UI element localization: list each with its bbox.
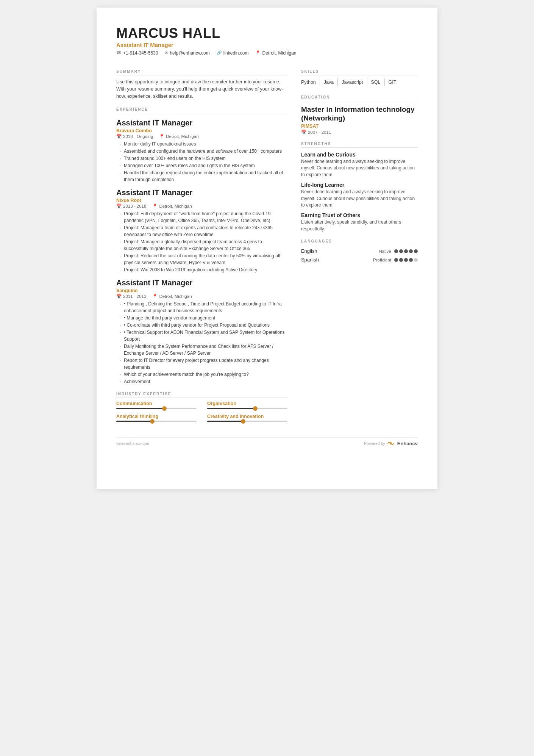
job-title-3: Assistant IT Manager	[116, 279, 287, 287]
progress-fill-1	[207, 408, 255, 409]
dot	[409, 258, 413, 262]
bullet-item: Report to IT Director for every project …	[120, 357, 287, 371]
lang-row-1: Spanish Proficient	[301, 257, 418, 263]
email-text: help@enhancv.com	[170, 50, 209, 56]
progress-fill-3	[207, 421, 243, 422]
strength-title-0: Learn and be Curious	[301, 152, 418, 158]
bullet-item: Daily Monitoring the System Performance …	[120, 343, 287, 357]
dot	[409, 249, 413, 253]
strength-0: Learn and be Curious Never done learning…	[301, 152, 418, 178]
lang-dots-1	[394, 258, 418, 262]
phone-text: +1-914-345-5530	[123, 50, 158, 56]
dot	[399, 258, 403, 262]
linkedin-text: linkedin.com	[223, 50, 249, 56]
job-meta-3: 📅 2011 - 2013 📍 Detroit, Michigan	[116, 294, 287, 299]
bullet-item: Project: Managed a team of experts and c…	[120, 224, 287, 238]
expertise-item-0: Communication	[116, 401, 197, 409]
skill-javascript: Javascript	[342, 78, 367, 86]
lang-right-0: Native	[379, 249, 418, 254]
dot	[394, 258, 398, 262]
skill-python: Python	[301, 78, 320, 86]
footer: www.enhancv.com Powered by Enhancv	[116, 437, 418, 446]
job-location-3: 📍 Detroit, Michigan	[152, 294, 192, 299]
bullet-item: Trained around 100+ end users on the HIS…	[120, 155, 287, 162]
job-company-2: Nixue Root	[116, 198, 287, 203]
location-icon-2: 📍	[152, 203, 158, 209]
dot	[404, 249, 408, 253]
job-meta-1: 📅 2018 - Ongoing 📍 Detroit, Michigan	[116, 134, 287, 139]
bullet-item: Project: Reduced the cost of running the…	[120, 252, 287, 266]
lang-level-0: Native	[379, 249, 391, 254]
skill-git: GIT	[389, 78, 400, 86]
strength-title-2: Earning Trust of Others	[301, 212, 418, 218]
progress-dot-2	[150, 419, 155, 424]
experience-label: EXPERIENCE	[116, 107, 287, 113]
bullet-item: • Manage the third party vendor manageme…	[120, 315, 287, 321]
location-item: 📍 Detroit, Michigan	[255, 50, 296, 56]
edu-degree: Master in Information technology (Networ…	[301, 105, 418, 123]
progress-bg-3	[207, 421, 287, 422]
powered-by-text: Powered by	[364, 441, 385, 446]
lang-row-0: English Native	[301, 248, 418, 254]
location-text: Detroit, Michigan	[262, 50, 296, 56]
job-period-2: 📅 2013 - 2018	[116, 203, 146, 209]
expertise-name-0: Communication	[116, 401, 197, 406]
lang-name-1: Spanish	[301, 257, 319, 263]
resume-page: MARCUS HALL Assistant IT Manager ☎ +1-91…	[97, 8, 437, 489]
bullet-item: Monitor dailiy IT operatioknal issues	[120, 141, 287, 147]
expertise-name-2: Analytical thinking	[116, 414, 197, 419]
bullet-item: Managed over 100+ users roles and and ri…	[120, 162, 287, 169]
edu-calendar-icon: 📅	[301, 130, 306, 135]
candidate-name: MARCUS HALL	[116, 26, 418, 41]
expertise-label: INDUSTRY EXPERTISE	[116, 392, 287, 398]
progress-dot-1	[253, 406, 258, 411]
job-location-2: 📍 Detroit, Michigan	[152, 203, 192, 209]
progress-bg-0	[116, 408, 197, 409]
skill-java: Java	[324, 78, 338, 86]
bullet-item: • Technical Support for AEON Financial S…	[120, 329, 287, 343]
bullet-item: Achievement	[120, 378, 287, 385]
candidate-title: Assistant IT Manager	[116, 42, 418, 48]
dot	[394, 249, 398, 253]
right-column: SKILLS Python Java Javascript SQL GIT ED…	[301, 63, 418, 422]
job-bullets-3: • Planning , Defining the Scope , Time a…	[116, 301, 287, 385]
strength-desc-2: Listen attentively, speak candidly, and …	[301, 219, 418, 232]
location-icon: 📍	[255, 50, 261, 55]
strength-1: Life-long Learner Never done learning an…	[301, 182, 418, 208]
enhancv-brand: Enhancv	[397, 441, 418, 446]
job-period-1: 📅 2018 - Ongoing	[116, 134, 153, 139]
footer-website: www.enhancv.com	[116, 441, 149, 446]
expertise-item-1: Organisation	[207, 401, 287, 409]
progress-dot-3	[241, 419, 245, 424]
dot	[414, 258, 418, 262]
location-icon-1: 📍	[159, 134, 164, 139]
skills-label: SKILLS	[301, 69, 418, 75]
lang-name-0: English	[301, 248, 317, 254]
phone-item: ☎ +1-914-345-5530	[116, 50, 158, 56]
contact-line: ☎ +1-914-345-5530 ✉ help@enhancv.com 🔗 l…	[116, 50, 418, 56]
bullet-item: Which of your achievements match the job…	[120, 371, 287, 378]
email-icon: ✉	[165, 50, 168, 55]
enhancv-logo-icon	[387, 441, 395, 446]
expertise-grid: Communication Organisation Ana	[116, 401, 287, 422]
summary-label: SUMMARY	[116, 69, 287, 75]
calendar-icon-3: 📅	[116, 294, 122, 299]
phone-icon: ☎	[116, 50, 122, 55]
bullet-item: Project: Managed a globally-dispersed pr…	[120, 238, 287, 252]
progress-fill-2	[116, 421, 152, 422]
header-section: MARCUS HALL Assistant IT Manager ☎ +1-91…	[116, 26, 418, 56]
job-company-1: Bravura Combo	[116, 128, 287, 133]
bullet-item: • Co-ordinate with third party vendor fo…	[120, 322, 287, 329]
skill-sql: SQL	[371, 78, 385, 86]
strength-title-1: Life-long Learner	[301, 182, 418, 188]
expertise-item-2: Analytical thinking	[116, 414, 197, 422]
dot	[399, 249, 403, 253]
job-meta-2: 📅 2013 - 2018 📍 Detroit, Michigan	[116, 203, 287, 209]
expertise-name-3: Creativity and innovation	[207, 414, 287, 419]
job-bullets-1: Monitor dailiy IT operatioknal issues As…	[116, 141, 287, 183]
progress-dot-0	[162, 406, 167, 411]
lang-right-1: Proficient	[373, 258, 418, 262]
expertise-name-1: Organisation	[207, 401, 287, 406]
job-title-1: Assistant IT Manager	[116, 119, 287, 127]
footer-powered: Powered by Enhancv	[364, 441, 418, 446]
